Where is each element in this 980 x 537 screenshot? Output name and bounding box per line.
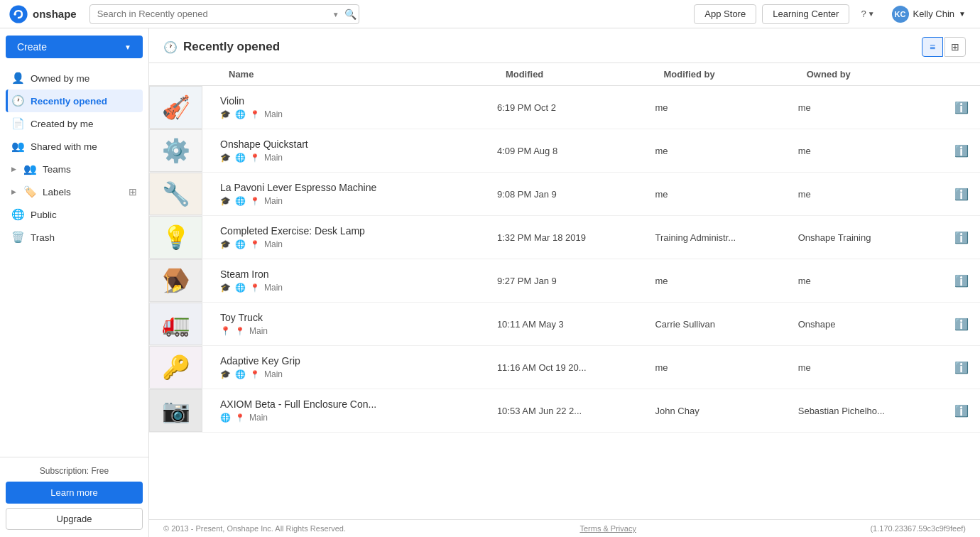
item-info: Steam Iron 🎓 🌐 📍 Main <box>220 268 497 293</box>
logo[interactable]: onshape <box>9 4 77 24</box>
col-name: Name <box>220 63 497 86</box>
table-row[interactable]: 💡 Completed Exercise: Desk Lamp 🎓 🌐 📍 Ma… <box>149 216 980 259</box>
label-icon: 🏷️ <box>23 185 37 198</box>
learning-center-button[interactable]: Learning Center <box>762 4 849 24</box>
item-thumbnail: 📷 <box>149 389 202 432</box>
item-thumbnail-cell: 🔑 <box>149 346 220 389</box>
table-row[interactable]: 🎻 Violin 🎓 🌐 📍 Main 6:19 PM Oct 2 me me … <box>149 86 980 129</box>
create-dropdown-arrow-icon: ▼ <box>124 43 131 51</box>
branch-name: Main <box>264 196 283 206</box>
app-store-button[interactable]: App Store <box>694 4 756 24</box>
branch-name: Main <box>249 326 268 336</box>
item-meta: 🎓 🌐 📍 Main <box>220 283 497 293</box>
sidebar-item-label: Created by me <box>31 119 94 129</box>
item-modified-cell: 11:16 AM Oct 19 20... <box>497 346 655 389</box>
item-name-cell: AXIOM Beta - Full Enclosure Con... 🌐 📍 M… <box>220 389 497 433</box>
item-owned-by-cell: me <box>798 346 952 389</box>
subscription-label: Subscription: Free <box>6 466 143 476</box>
item-modified-by-cell: Training Administr... <box>655 216 797 259</box>
page-title: Recently opened <box>183 40 280 54</box>
item-modified-by-cell: me <box>655 129 797 173</box>
thumb-emoji: 📷 <box>162 397 190 424</box>
visibility-icon: 🌐 <box>235 196 246 206</box>
item-name: Onshape Quickstart <box>220 139 497 150</box>
version-text: (1.170.23367.59c3c9f9feef) <box>870 524 966 533</box>
branch-icon: 📍 <box>235 413 245 423</box>
learn-more-button[interactable]: Learn more <box>6 482 143 504</box>
item-modified-cell: 6:19 PM Oct 2 <box>497 86 655 129</box>
item-modified-by-cell: Carrie Sullivan <box>655 303 797 346</box>
branch-icon: 📍 <box>250 240 260 249</box>
item-info-icon-cell[interactable]: ℹ️ <box>952 173 980 216</box>
sidebar-item-owned-by-me[interactable]: 👤 Owned by me <box>6 67 143 90</box>
item-owned-by-cell: me <box>798 259 952 303</box>
terms-link[interactable]: Terms & Privacy <box>579 524 636 533</box>
item-info-icon-cell[interactable]: ℹ️ <box>952 259 980 303</box>
item-meta: 📍 📍 Main <box>220 326 497 336</box>
sidebar-item-label: Recently opened <box>31 96 107 107</box>
item-modified-by-cell: me <box>655 173 797 216</box>
sidebar-item-label: Public <box>31 210 57 220</box>
item-owned-by-cell: Sebastian Pichelho... <box>798 389 952 433</box>
recently-opened-clock-icon: 🕐 <box>163 40 178 54</box>
grid-view-button[interactable]: ⊞ <box>944 37 966 57</box>
item-info-icon-cell[interactable]: ℹ️ <box>952 346 980 389</box>
help-button[interactable]: ? ▼ <box>855 4 880 24</box>
thumb-emoji: ⚙️ <box>162 137 190 164</box>
copyright-text: © 2013 - Present, Onshape Inc. All Right… <box>163 524 346 533</box>
sidebar-item-recently-opened[interactable]: 🕐 Recently opened <box>6 90 143 112</box>
sidebar-top: Create ▼ 👤 Owned by me 🕐 Recently opened… <box>0 28 148 457</box>
create-button[interactable]: Create ▼ <box>6 36 143 58</box>
col-owned-by: Owned by <box>798 63 952 86</box>
help-icon: ? <box>861 9 866 19</box>
sidebar-item-shared-with-me[interactable]: 👥 Shared with me <box>6 135 143 158</box>
sidebar-item-trash[interactable]: 🗑️ Trash <box>6 226 143 249</box>
branch-icon: 📍 <box>250 110 260 119</box>
type-icon: 🎓 <box>220 239 231 249</box>
col-modified: Modified <box>497 63 655 86</box>
search-button[interactable]: 🔍 <box>344 9 356 20</box>
item-info-icon-cell[interactable]: ℹ️ <box>952 86 980 129</box>
item-name: Violin <box>220 95 497 107</box>
item-info-icon-cell[interactable]: ℹ️ <box>952 389 980 433</box>
table-row[interactable]: 📷 AXIOM Beta - Full Enclosure Con... 🌐 📍… <box>149 389 980 433</box>
sidebar-item-labels[interactable]: ▶ 🏷️ Labels ⊞ <box>6 180 143 203</box>
list-view-button[interactable]: ≡ <box>922 37 943 57</box>
table-body: 🎻 Violin 🎓 🌐 📍 Main 6:19 PM Oct 2 me me … <box>149 86 980 433</box>
item-name: La Pavoni Lever Espresso Machine <box>220 182 497 193</box>
item-name-cell: Toy Truck 📍 📍 Main <box>220 303 497 346</box>
item-modified-cell: 10:11 AM May 3 <box>497 303 655 346</box>
clock-icon: 🕐 <box>11 94 25 107</box>
item-name: AXIOM Beta - Full Enclosure Con... <box>220 398 497 410</box>
item-info-icon-cell[interactable]: ℹ️ <box>952 216 980 259</box>
item-owned-by-cell: me <box>798 173 952 216</box>
labels-add-icon[interactable]: ⊞ <box>129 186 137 197</box>
type-icon: 🎓 <box>220 283 231 293</box>
item-thumbnail: 💡 <box>149 216 202 259</box>
teams-icon: 👥 <box>23 163 37 175</box>
item-info-icon-cell[interactable]: ℹ️ <box>952 129 980 173</box>
main-layout: Create ▼ 👤 Owned by me 🕐 Recently opened… <box>0 28 980 537</box>
user-menu-button[interactable]: KC Kelly Chin ▼ <box>886 4 971 24</box>
person-icon: 👤 <box>11 72 25 85</box>
item-name-cell: Violin 🎓 🌐 📍 Main <box>220 86 497 129</box>
table-row[interactable]: 🔧 La Pavoni Lever Espresso Machine 🎓 🌐 📍… <box>149 173 980 216</box>
sidebar-item-public[interactable]: 🌐 Public <box>6 203 143 226</box>
search-input[interactable] <box>89 4 359 24</box>
item-owned-by-cell: me <box>798 129 952 173</box>
table-row[interactable]: 🚛 Toy Truck 📍 📍 Main 10:11 AM May 3 Carr… <box>149 303 980 346</box>
item-meta: 🎓 🌐 📍 Main <box>220 239 497 249</box>
sidebar-item-label: Trash <box>31 232 55 243</box>
branch-name: Main <box>249 413 268 423</box>
search-dropdown-arrow-icon[interactable]: ▼ <box>332 10 339 18</box>
item-meta: 🎓 🌐 📍 Main <box>220 109 497 119</box>
sidebar-item-created-by-me[interactable]: 📄 Created by me <box>6 112 143 135</box>
content-title: 🕐 Recently opened <box>163 40 280 54</box>
item-info-icon-cell[interactable]: ℹ️ <box>952 303 980 346</box>
table-row[interactable]: 🪤 Steam Iron 🎓 🌐 📍 Main 9:27 PM Jan 9 me… <box>149 259 980 303</box>
upgrade-button[interactable]: Upgrade <box>6 508 143 530</box>
branch-icon: 📍 <box>250 153 260 163</box>
table-row[interactable]: 🔑 Adaptive Key Grip 🎓 🌐 📍 Main 11:16 AM … <box>149 346 980 389</box>
sidebar-item-teams[interactable]: ▶ 👥 Teams <box>6 158 143 180</box>
table-row[interactable]: ⚙️ Onshape Quickstart 🎓 🌐 📍 Main 4:09 PM… <box>149 129 980 173</box>
